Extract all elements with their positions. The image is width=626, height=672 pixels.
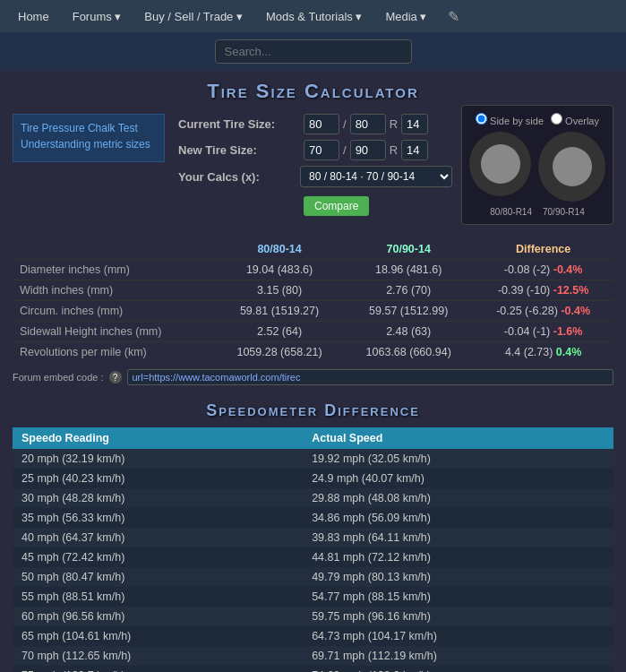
results-label: Revolutions per mile (km) <box>13 342 215 363</box>
nav-media[interactable]: Media ▾ <box>374 4 437 29</box>
col-header-80: 80/80-14 <box>215 239 344 260</box>
speedo-col-header: Speedo Reading <box>13 427 303 449</box>
tire-labels: 80/80-R14 70/90-R14 <box>469 207 605 217</box>
calcs-select[interactable]: 80 / 80-14 · 70 / 90-14 <box>300 166 452 187</box>
sidebar-link-chalk[interactable]: Tire Pressure Chalk Test <box>21 122 157 134</box>
search-bar <box>0 32 626 71</box>
speedo-reading: 35 mph (56.33 km/h) <box>13 508 303 528</box>
results-val1: 3.15 (80) <box>215 280 344 301</box>
speedo-row: 55 mph (88.51 km/h) 54.77 mph (88.15 km/… <box>13 587 613 607</box>
speedo-table: Speedo Reading Actual Speed 20 mph (32.1… <box>13 427 613 672</box>
results-label: Circum. inches (mm) <box>13 301 215 322</box>
speedometer-section: Speedometer Difference Speedo Reading Ac… <box>13 401 613 672</box>
speedo-row: 35 mph (56.33 km/h) 34.86 mph (56.09 km/… <box>13 508 613 528</box>
calcs-inputs: 80 / 80-14 · 70 / 90-14 <box>300 166 452 187</box>
calcs-row: Your Calcs (x): 80 / 80-14 · 70 / 90-14 <box>178 166 452 187</box>
results-val2: 59.57 (1512.99) <box>344 301 473 322</box>
tire1-outer <box>469 132 531 196</box>
speedo-reading: 25 mph (40.23 km/h) <box>13 469 303 488</box>
current-tire-label: Current Tire Size: <box>178 117 304 131</box>
current-tire-inputs: / R <box>304 114 428 134</box>
col-header-70: 70/90-14 <box>344 239 473 260</box>
new-tire-label: New Tire Size: <box>178 143 304 157</box>
current-width[interactable] <box>304 114 339 134</box>
tire1-inner <box>481 144 520 184</box>
compare-button[interactable]: Compare <box>304 196 369 216</box>
results-label: Sidewall Height inches (mm) <box>13 322 215 342</box>
calcs-label: Your Calcs (x): <box>178 170 300 184</box>
speedo-reading: 70 mph (112.65 km/h) <box>13 646 303 666</box>
results-val2: 1063.68 (660.94) <box>344 342 473 363</box>
embed-help-icon[interactable]: ? <box>109 371 122 383</box>
diff-bold-value: -0.4% <box>553 263 583 276</box>
speedo-row: 40 mph (64.37 km/h) 39.83 mph (64.11 km/… <box>13 528 613 547</box>
view-options: Side by side Overlay <box>469 113 605 126</box>
main-content: Tire Size Calculator Tire Pressure Chalk… <box>0 71 626 672</box>
edit-icon[interactable]: ✎ <box>439 3 468 30</box>
col-header-diff: Difference <box>473 239 613 260</box>
speedo-reading: 65 mph (104.61 km/h) <box>13 626 303 646</box>
radio-overlay-label[interactable]: Overlay <box>551 113 599 126</box>
current-tire-row: Current Tire Size: / R <box>178 114 452 134</box>
nav-mods[interactable]: Mods & Tutorials ▾ <box>255 4 373 29</box>
radio-overlay[interactable] <box>551 113 562 125</box>
speedo-reading: 75 mph (120.7 km/h) <box>13 666 303 672</box>
speedo-reading: 60 mph (96.56 km/h) <box>13 607 303 626</box>
radio-sidebyside[interactable] <box>476 113 487 125</box>
results-label: Diameter inches (mm) <box>13 260 215 280</box>
speedo-row: 50 mph (80.47 km/h) 49.79 mph (80.13 km/… <box>13 567 613 587</box>
results-section: 80/80-14 70/90-14 Difference Diameter in… <box>13 239 613 385</box>
diff-bold-value: -0.4% <box>561 305 590 317</box>
actual-speed: 54.77 mph (88.15 km/h) <box>303 587 613 607</box>
speedo-reading: 45 mph (72.42 km/h) <box>13 547 303 567</box>
speedo-row: 30 mph (48.28 km/h) 29.88 mph (48.08 km/… <box>13 488 613 508</box>
tire2-inner <box>553 147 592 186</box>
speedo-row: 45 mph (72.42 km/h) 44.81 mph (72.12 km/… <box>13 547 613 567</box>
sidebar-link-metric[interactable]: Understanding metric sizes <box>21 138 157 151</box>
nav-home[interactable]: Home <box>7 4 60 29</box>
results-row: Circum. inches (mm) 59.81 (1519.27) 59.5… <box>13 301 613 322</box>
diff-bold-value: -1.6% <box>553 325 583 338</box>
results-diff: 4.4 (2.73) 0.4% <box>473 342 613 363</box>
results-val1: 2.52 (64) <box>215 322 344 342</box>
current-rim[interactable] <box>401 114 428 134</box>
results-diff: -0.25 (-6.28) -0.4% <box>473 301 613 322</box>
results-val2: 2.76 (70) <box>344 280 473 301</box>
speedo-reading: 55 mph (88.51 km/h) <box>13 587 303 607</box>
actual-speed: 74.69 mph (120.2 km/h) <box>303 666 613 672</box>
tire-visual: Side by side Overlay 80/80-R14 70/90-R14 <box>461 105 613 225</box>
actual-speed: 49.79 mph (80.13 km/h) <box>303 567 613 587</box>
results-label: Width inches (mm) <box>13 280 215 301</box>
diff-bold-value: 0.4% <box>556 346 582 358</box>
actual-speed: 19.92 mph (32.05 km/h) <box>303 449 613 469</box>
navigation: Home Forums ▾ Buy / Sell / Trade ▾ Mods … <box>0 0 626 32</box>
speedo-row: 60 mph (96.56 km/h) 59.75 mph (96.16 km/… <box>13 607 613 626</box>
speedo-row: 70 mph (112.65 km/h) 69.71 mph (112.19 k… <box>13 646 613 666</box>
current-aspect[interactable] <box>350 114 386 134</box>
actual-speed: 39.83 mph (64.11 km/h) <box>303 528 613 547</box>
results-diff: -0.04 (-1) -1.6% <box>473 322 613 342</box>
results-val1: 1059.28 (658.21) <box>215 342 344 363</box>
nav-buy-sell[interactable]: Buy / Sell / Trade ▾ <box>133 4 253 29</box>
speedo-row: 25 mph (40.23 km/h) 24.9 mph (40.07 km/h… <box>13 469 613 488</box>
forum-embed-row: Forum embed code : ? <box>13 369 613 385</box>
results-row: Revolutions per mile (km) 1059.28 (658.2… <box>13 342 613 363</box>
tire-circles <box>469 132 605 202</box>
actual-speed: 69.71 mph (112.19 km/h) <box>303 646 613 666</box>
results-val2: 2.48 (63) <box>344 322 473 342</box>
radio-sidebyside-label[interactable]: Side by side <box>476 113 544 126</box>
new-width[interactable] <box>304 140 339 160</box>
actual-col-header: Actual Speed <box>303 427 613 449</box>
results-val2: 18.96 (481.6) <box>344 260 473 280</box>
new-rim[interactable] <box>401 140 428 160</box>
nav-forums[interactable]: Forums ▾ <box>62 4 133 29</box>
speedo-title: Speedometer Difference <box>13 401 613 420</box>
actual-speed: 44.81 mph (72.12 km/h) <box>303 547 613 567</box>
speedo-reading: 40 mph (64.37 km/h) <box>13 528 303 547</box>
search-input[interactable] <box>215 39 412 64</box>
sidebar-links: Tire Pressure Chalk Test Understanding m… <box>13 114 165 162</box>
embed-input[interactable] <box>127 369 614 385</box>
new-tire-inputs: / R <box>304 140 428 160</box>
new-aspect[interactable] <box>350 140 386 160</box>
results-row: Sidewall Height inches (mm) 2.52 (64) 2.… <box>13 322 613 342</box>
